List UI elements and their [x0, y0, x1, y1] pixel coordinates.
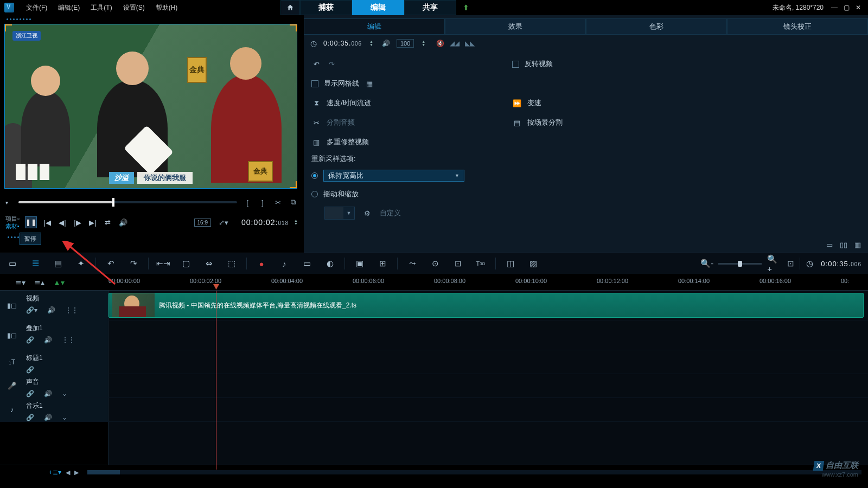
volume-field[interactable]: 100 [397, 39, 414, 48]
prop-tab-effect[interactable]: 效果 [445, 18, 586, 35]
add-track-button[interactable]: +≣▾ [49, 468, 61, 476]
snapshot-button[interactable]: ⧉ [288, 197, 298, 207]
pan-zoom-radio[interactable]: 摇动和缩放 [311, 185, 860, 203]
link-icon[interactable]: 🔗▾ [26, 306, 37, 314]
duration-stepper[interactable]: ▲▼ [369, 40, 373, 47]
aspect-ratio-display[interactable]: 16:9 [194, 219, 211, 227]
rotate-right-icon[interactable]: ↷ [327, 60, 336, 68]
reverse-video-checkbox[interactable]: 反转视频 [512, 55, 860, 73]
pause-button[interactable]: ❚❚ 暂停 [25, 216, 37, 228]
tool-subtitle[interactable]: ▭ [301, 258, 313, 269]
preview-timecode[interactable]: 00:00:02:018 [241, 218, 289, 227]
tool-grid[interactable]: ⊞ [376, 258, 388, 269]
scroll-right-button[interactable]: ▶ [74, 469, 79, 476]
timecode-stepper[interactable]: ▲▼ [294, 219, 298, 226]
expand-icon[interactable]: ⌄ [62, 390, 67, 397]
tool-marker[interactable]: ▣ [354, 258, 366, 269]
mixer-button[interactable]: ▤ [52, 258, 64, 269]
tool-motion[interactable]: ⤳ [406, 258, 418, 269]
tab-edit[interactable]: 编辑 [352, 0, 404, 15]
mode-project[interactable]: 项目▫ [5, 215, 20, 222]
video-clip[interactable]: 腾讯视频 - 中国领先的在线视频媒体平台,海量高清视频在线观看_2.ts [108, 293, 864, 318]
tool-chroma[interactable]: ▨ [527, 258, 539, 269]
fade-in-icon[interactable]: ◢◢ [450, 40, 459, 47]
playhead[interactable] [216, 291, 216, 470]
menu-tools[interactable]: 工具(T) [85, 1, 117, 15]
tool-1[interactable]: ⇤⇥ [157, 258, 169, 269]
tool-pan[interactable]: ⬚ [226, 258, 238, 269]
track-toggle-button[interactable]: ▲▾ [53, 278, 65, 287]
menu-settings[interactable]: 设置(S) [118, 1, 150, 15]
layout-a-icon[interactable]: ▭ [825, 240, 834, 249]
link-icon[interactable]: 🔗 [26, 366, 34, 374]
mute-icon[interactable]: 🔊 [44, 336, 52, 344]
mark-out-button[interactable]: ] [258, 197, 267, 207]
tool-chapter[interactable]: ◐ [324, 258, 336, 269]
upload-icon[interactable]: ⬆ [456, 0, 476, 15]
mark-in-button[interactable]: [ [242, 197, 252, 207]
link-icon[interactable]: 🔗 [26, 414, 34, 421]
tool-crop[interactable]: ▢ [180, 258, 192, 269]
expand-icon[interactable]: ⌄ [62, 414, 67, 421]
link-icon[interactable]: 🔗 [26, 336, 34, 344]
resample-combo[interactable]: 保持宽高比▼ [323, 170, 464, 182]
menu-help[interactable]: 帮助(H) [150, 1, 183, 15]
scrubber[interactable] [18, 201, 237, 203]
prev-frame-button[interactable]: ◀| [58, 217, 67, 227]
scroll-left-button[interactable]: ◀ [66, 469, 70, 476]
prop-tab-color[interactable]: 色彩 [586, 18, 727, 35]
scene-split-button[interactable]: ▤ 按场景分割 [512, 114, 860, 131]
minimize-button[interactable]: — [829, 3, 840, 12]
tool-mask[interactable]: ◫ [505, 258, 516, 269]
horizontal-scrollbar[interactable] [87, 470, 861, 474]
enlarge-button[interactable]: ⤢▾ [219, 217, 228, 227]
redo-button[interactable]: ↷ [127, 258, 139, 269]
mute-icon[interactable]: 🔊 [47, 306, 55, 314]
time-ruler[interactable]: 00:00:00:00 00:00:02:00 00:00:04:00 00:0… [108, 274, 868, 290]
zoom-slider[interactable] [718, 263, 762, 265]
preview-viewport[interactable]: 浙江卫视 金典 金典 沙溢 你说的俩我服 [4, 24, 299, 189]
volume-button[interactable]: 🔊 [118, 217, 128, 227]
tools-button[interactable]: ✦ [75, 258, 87, 269]
show-grid-checkbox[interactable]: 显示网格线 ▦ [311, 75, 490, 92]
tab-home[interactable] [280, 0, 300, 15]
prop-tab-edit[interactable]: 编辑 [304, 18, 445, 35]
mute-icon[interactable]: 🔊 [44, 414, 52, 421]
zoom-out-button[interactable]: 🔍- [701, 258, 713, 269]
record-button[interactable]: ● [256, 258, 267, 269]
visibility-icon[interactable]: ⋮⋮ [65, 306, 78, 314]
variable-speed-button[interactable]: ⏩ 变速 [512, 94, 860, 112]
undo-button[interactable]: ↶ [105, 258, 117, 269]
link-icon[interactable]: 🔗 [26, 390, 34, 397]
tool-audio[interactable]: ♪ [278, 258, 290, 269]
fade-out-icon[interactable]: ◣◣ [465, 40, 475, 47]
clip-duration[interactable]: 0:00:35.006 [323, 40, 362, 47]
grid-settings-icon[interactable]: ▦ [365, 80, 374, 88]
track-expand-button[interactable]: ≣▴ [34, 278, 44, 287]
loop-button[interactable]: ⇄ [103, 217, 113, 227]
visibility-icon[interactable]: ⋮⋮ [62, 336, 75, 344]
preview-mode-toggle[interactable]: 项目▫ 素材▪ [5, 215, 20, 230]
mute-icon[interactable]: 🔇 [436, 40, 444, 47]
zoom-in-button[interactable]: 🔍+ [767, 258, 779, 269]
volume-stepper[interactable]: ▲▼ [422, 40, 425, 47]
tool-track-motion[interactable]: ⊙ [429, 258, 441, 269]
speed-time-button[interactable]: ⧗ 速度/时间流逝 [311, 94, 490, 112]
tab-share[interactable]: 共享 [404, 0, 456, 15]
mute-icon[interactable]: 🔊 [44, 390, 52, 397]
go-end-button[interactable]: ▶| [88, 217, 98, 227]
split-clip-button[interactable]: ✂ [273, 197, 283, 207]
timeline-view-button[interactable]: ☰ [29, 258, 41, 269]
next-frame-button[interactable]: |▶ [73, 217, 82, 227]
tool-resize[interactable]: ⇔ [203, 258, 215, 269]
menu-file[interactable]: 文件(F) [21, 1, 53, 15]
track-collapse-button[interactable]: ≣▾ [15, 278, 25, 287]
layout-b-icon[interactable]: ▯▯ [839, 240, 848, 249]
prop-tab-lens[interactable]: 镜头校正 [727, 18, 868, 35]
mode-clip[interactable]: 素材▪ [5, 222, 20, 230]
rotate-left-icon[interactable]: ↶ [311, 60, 321, 68]
keep-aspect-radio[interactable]: 保持宽高比▼ [311, 166, 860, 185]
menu-edit[interactable]: 编辑(E) [53, 1, 85, 15]
multi-trim-button[interactable]: ▥ 多重修整视频 [311, 133, 490, 151]
storyboard-view-button[interactable]: ▭ [7, 258, 18, 269]
